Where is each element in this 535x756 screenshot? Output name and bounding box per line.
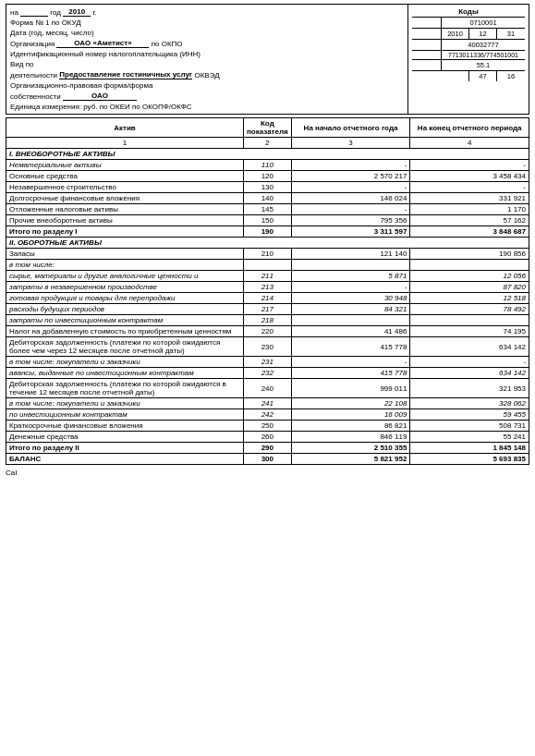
table-row: Налог на добавленную стоимость по приобр… [6, 326, 529, 337]
po-okopf-label: по ОКОПФ/ОКФС [132, 103, 192, 111]
vid-label: Вид [10, 60, 23, 68]
cal-label: СаI [6, 469, 18, 477]
row-val2-cell: 331 921 [410, 193, 529, 204]
okopf-label [412, 71, 469, 81]
table-row: Денежные средства260846 11955 241 [6, 432, 529, 443]
row-val2-cell: 634 142 [410, 337, 529, 357]
row-val2-cell: 78 492 [410, 304, 529, 315]
row-name-cell: Краткосрочные финансовые вложения [6, 421, 244, 432]
table-header-row: Актив Код показателя На начало отчетного… [6, 118, 529, 138]
row-val1-cell [291, 260, 410, 271]
deyatelnosti-label: деятельности [10, 71, 57, 79]
god-label: год [50, 8, 61, 17]
row-name-cell: Итого по разделу I [6, 226, 244, 238]
table-row: Отложенные налоговые активы145-1 170 [6, 204, 529, 215]
org-label: Организация [10, 40, 55, 48]
table-row: Долгосрочные финансовые вложения140146 0… [6, 193, 529, 204]
row-code-cell: 220 [243, 326, 291, 337]
header-row-edizm: Единица измерения: руб. по ОКЕИ по ОКОПФ… [10, 102, 404, 112]
row-name-cell: затраты по инвестиционным контрактам [6, 315, 244, 326]
table-row: в том числе: покупатели и заказчики231-- [6, 357, 529, 368]
header-row-forma: Форма № 1 по ОКУД [10, 18, 404, 28]
row-code-cell [243, 260, 291, 271]
row-val1-cell: 415 778 [291, 368, 410, 379]
row-val2-cell: 12 056 [410, 271, 529, 282]
row-val2-cell: 5 693 835 [410, 454, 529, 465]
row-name-cell: Запасы [6, 249, 244, 260]
header-left: на год 2010 г. Форма № 1 по ОКУД Дата (г… [6, 5, 408, 114]
table-row: Итого по разделу I1903 311 5973 848 687 [6, 226, 529, 238]
code-row-okopf: 47 16 [412, 71, 525, 81]
row-val1-cell: 846 119 [291, 432, 410, 443]
code-row-inn: 7713011336/774501001 [412, 51, 525, 60]
edizm-label: Единица измерения: руб. по ОКЕИ [10, 103, 130, 111]
row-val1-cell: - [291, 282, 410, 293]
row-val2-cell: 190 856 [410, 249, 529, 260]
row-name-cell: готовая продукция и товары для перепрода… [6, 293, 244, 304]
table-row: сырье, материалы и другие аналогичные це… [6, 271, 529, 282]
header-row-org: Организация ОАО «Аметист» по ОКПО [10, 38, 404, 49]
okud-label [412, 18, 442, 28]
table-row: Дебиторская задолженность (платежи по ко… [6, 379, 529, 398]
table-row: Краткосрочные финансовые вложения25086 8… [6, 421, 529, 432]
table-row: Прочие внеоборотные активы150795 35657 1… [6, 215, 529, 226]
table-row: I. ВНЕОБОРОТНЫЕ АКТИВЫ [6, 149, 529, 160]
balance-table: Актив Код показателя На начало отчетного… [6, 117, 529, 465]
row-val1-cell: 795 356 [291, 215, 410, 226]
row-name-cell: в том числе: [6, 260, 244, 271]
code-row-okpo: 40032777 [412, 40, 525, 51]
row-val1-cell: 2 570 217 [291, 171, 410, 182]
okfs-val: 16 [497, 71, 525, 81]
header-right: Коды 0710001 2010 12 31 40032777 [408, 5, 529, 114]
row-name-cell: Дебиторская задолженность (платежи по ко… [6, 337, 244, 357]
table-row: затраты по инвестиционным контрактам218 [6, 315, 529, 326]
row-code-cell: 110 [243, 160, 291, 171]
row-val2-cell: - [410, 357, 529, 368]
table-row: Дебиторская задолженность (платежи по ко… [6, 337, 529, 357]
row-code-cell: 150 [243, 215, 291, 226]
row-val1-cell [291, 315, 410, 326]
row-val1-cell: 86 821 [291, 421, 410, 432]
okved-code-val: 55.1 [442, 60, 525, 70]
row-val1-cell: 121 140 [291, 249, 410, 260]
table-row: готовая продукция и товары для перепрода… [6, 293, 529, 304]
row-val2-cell: 1 170 [410, 204, 529, 215]
row-name-cell: Денежные средства [6, 432, 244, 443]
row-val1-cell: - [291, 204, 410, 215]
row-val1-cell: - [291, 182, 410, 193]
org-name: ОАО «Аметист» [56, 39, 149, 48]
inn-label: Идентификационный номер налогоплательщик… [10, 50, 201, 58]
row-name-cell: в том числе: покупатели и заказчики [6, 398, 244, 409]
table-row: БАЛАНС3005 821 9525 693 835 [6, 454, 529, 465]
row-code-cell: 120 [243, 171, 291, 182]
okpo-val: 40032777 [442, 40, 525, 50]
row-val1-cell: 3 311 597 [291, 226, 410, 238]
header-row-inn: Идентификационный номер налогоплательщик… [10, 49, 404, 59]
row-val1-cell: 5 871 [291, 271, 410, 282]
row-val2-cell: - [410, 182, 529, 193]
na-label: на [10, 8, 18, 17]
row-name-cell: БАЛАНС [6, 454, 244, 465]
row-val2-cell: 87 820 [410, 282, 529, 293]
row-val1-cell: 41 486 [291, 326, 410, 337]
row-val2-cell: 3 848 687 [410, 226, 529, 238]
row-val2-cell [410, 260, 529, 271]
row-val2-cell: 1 845 148 [410, 443, 529, 454]
row-code-cell: 211 [243, 271, 291, 282]
row-val2-cell: 55 241 [410, 432, 529, 443]
table-colnum-row: 1 2 3 4 [6, 138, 529, 149]
row-val1-cell: 415 778 [291, 337, 410, 357]
table-row: Незавершенное строительство130-- [6, 182, 529, 193]
footer: СаI [6, 469, 529, 477]
section-header-cell: II. ОБОРОТНЫЕ АКТИВЫ [6, 238, 529, 249]
header-section: на год 2010 г. Форма № 1 по ОКУД Дата (г… [6, 4, 529, 115]
row-val2-cell: - [410, 160, 529, 171]
colnum-1: 1 [6, 138, 244, 149]
okpo-label [412, 40, 442, 50]
orgprav-label: Организационно-правовая форма/форма [10, 81, 152, 90]
table-row: расходы будущих периодов21784 32178 492 [6, 304, 529, 315]
row-code-cell: 231 [243, 357, 291, 368]
row-val2-cell: 634 142 [410, 368, 529, 379]
code-row-okud: 0710001 [412, 18, 525, 29]
row-code-cell: 240 [243, 379, 291, 398]
